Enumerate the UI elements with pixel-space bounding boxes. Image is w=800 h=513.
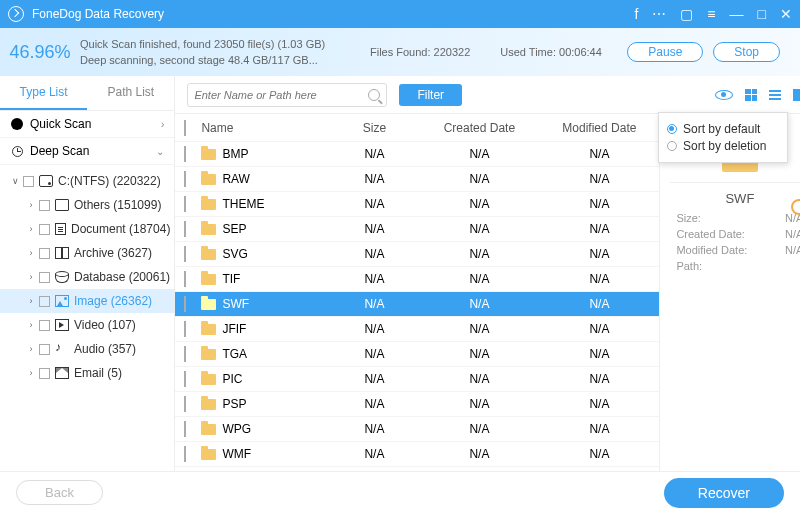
arch-icon: [55, 247, 69, 259]
table-row[interactable]: PSPN/AN/AN/A: [175, 392, 659, 417]
tree-item[interactable]: ›Email (5): [0, 361, 174, 385]
feedback-icon[interactable]: ⋯: [652, 6, 666, 22]
expand-icon[interactable]: ›: [26, 224, 36, 234]
expand-icon[interactable]: ›: [26, 200, 36, 210]
row-name: TIF: [222, 272, 240, 286]
row-checkbox[interactable]: [184, 171, 186, 187]
window-controls: f ⋯ ▢ ≡ — □ ✕: [634, 6, 792, 22]
row-checkbox[interactable]: [184, 346, 186, 362]
img-icon: [55, 295, 69, 307]
filter-button[interactable]: Filter: [399, 84, 462, 106]
tree-item[interactable]: ›Video (107): [0, 313, 174, 337]
stop-button[interactable]: Stop: [713, 42, 780, 62]
row-checkbox[interactable]: [184, 321, 186, 337]
table-row[interactable]: TGAN/AN/AN/A: [175, 342, 659, 367]
close-icon[interactable]: ✕: [780, 6, 792, 22]
row-checkbox[interactable]: [184, 246, 186, 262]
table-row[interactable]: PICN/AN/AN/A: [175, 367, 659, 392]
row-size: N/A: [329, 397, 419, 411]
checkbox[interactable]: [39, 224, 50, 235]
zoom-icon[interactable]: [791, 199, 800, 215]
preview-eye-icon[interactable]: [715, 90, 733, 100]
tree-item[interactable]: ›Document (18704): [0, 217, 174, 241]
checkbox[interactable]: [39, 296, 50, 307]
quick-scan-header[interactable]: Quick Scan ›: [0, 111, 174, 138]
checkbox[interactable]: [39, 368, 50, 379]
table-row[interactable]: JPEGN/AN/AN/A: [175, 467, 659, 471]
save-icon[interactable]: ▢: [680, 6, 693, 22]
checkbox[interactable]: [39, 344, 50, 355]
table-row[interactable]: RAWN/AN/AN/A: [175, 167, 659, 192]
expand-icon[interactable]: ›: [26, 344, 36, 354]
folder-icon: [201, 374, 216, 385]
row-checkbox[interactable]: [184, 196, 186, 212]
sidebar: Type List Path List Quick Scan › Deep Sc…: [0, 76, 175, 471]
deep-scan-header[interactable]: Deep Scan ⌄: [0, 138, 174, 165]
expand-icon[interactable]: ∨: [10, 176, 20, 186]
sort-default-option[interactable]: Sort by default: [667, 122, 779, 136]
maximize-icon[interactable]: □: [758, 6, 766, 22]
table-row[interactable]: THEMEN/AN/AN/A: [175, 192, 659, 217]
back-button[interactable]: Back: [16, 480, 103, 505]
tree-item-label: Audio (357): [74, 342, 136, 356]
row-checkbox[interactable]: [184, 296, 186, 312]
sort-deletion-option[interactable]: Sort by deletion: [667, 139, 779, 153]
expand-icon[interactable]: ›: [26, 272, 36, 282]
checkbox[interactable]: [23, 176, 34, 187]
tab-path-list[interactable]: Path List: [87, 76, 174, 110]
row-checkbox[interactable]: [184, 146, 186, 162]
table-row[interactable]: SVGN/AN/AN/A: [175, 242, 659, 267]
tab-type-list[interactable]: Type List: [0, 76, 87, 110]
tree-item[interactable]: ›Others (151099): [0, 193, 174, 217]
checkbox[interactable]: [39, 248, 50, 259]
recover-button[interactable]: Recover: [664, 478, 784, 508]
share-icon[interactable]: f: [634, 6, 638, 22]
folder-icon: [201, 424, 216, 435]
row-checkbox[interactable]: [184, 371, 186, 387]
minimize-icon[interactable]: —: [730, 6, 744, 22]
checkbox[interactable]: [39, 320, 50, 331]
folder-icon: [201, 349, 216, 360]
search-box[interactable]: [187, 83, 387, 107]
search-icon[interactable]: [368, 89, 380, 101]
row-created: N/A: [419, 447, 539, 461]
expand-icon[interactable]: ›: [26, 320, 36, 330]
tree-item[interactable]: ∨C:(NTFS) (220322): [0, 169, 174, 193]
row-checkbox[interactable]: [184, 446, 186, 462]
pause-button[interactable]: Pause: [627, 42, 703, 62]
tree-item[interactable]: ›Audio (357): [0, 337, 174, 361]
view-large-icon[interactable]: [793, 89, 800, 101]
table-row[interactable]: BMPN/AN/AN/A: [175, 142, 659, 167]
tree-item[interactable]: ›Archive (3627): [0, 241, 174, 265]
expand-icon[interactable]: ›: [26, 248, 36, 258]
col-size[interactable]: Size: [329, 121, 419, 135]
col-name[interactable]: Name: [199, 121, 329, 135]
menu-icon[interactable]: ≡: [707, 6, 715, 22]
view-grid-icon[interactable]: [745, 89, 757, 101]
row-checkbox[interactable]: [184, 221, 186, 237]
checkbox[interactable]: [39, 272, 50, 283]
table-row[interactable]: JFIFN/AN/AN/A: [175, 317, 659, 342]
table-row[interactable]: WPGN/AN/AN/A: [175, 417, 659, 442]
row-name: WMF: [222, 447, 251, 461]
select-all-checkbox[interactable]: [184, 120, 186, 136]
table-row[interactable]: SEPN/AN/AN/A: [175, 217, 659, 242]
row-created: N/A: [419, 372, 539, 386]
tree-item[interactable]: ›Image (26362): [0, 289, 174, 313]
row-checkbox[interactable]: [184, 396, 186, 412]
table-row[interactable]: WMFN/AN/AN/A: [175, 442, 659, 467]
row-name: RAW: [222, 172, 250, 186]
search-input[interactable]: [194, 89, 368, 101]
expand-icon[interactable]: ›: [26, 296, 36, 306]
view-list-icon[interactable]: [769, 90, 781, 100]
row-modified: N/A: [539, 447, 659, 461]
row-checkbox[interactable]: [184, 421, 186, 437]
tree-item[interactable]: ›Database (20061): [0, 265, 174, 289]
table-row[interactable]: SWFN/AN/AN/A: [175, 292, 659, 317]
col-created[interactable]: Created Date: [419, 121, 539, 135]
table-row[interactable]: TIFN/AN/AN/A: [175, 267, 659, 292]
col-modified[interactable]: Modified Date: [539, 121, 659, 135]
expand-icon[interactable]: ›: [26, 368, 36, 378]
checkbox[interactable]: [39, 200, 50, 211]
row-checkbox[interactable]: [184, 271, 186, 287]
